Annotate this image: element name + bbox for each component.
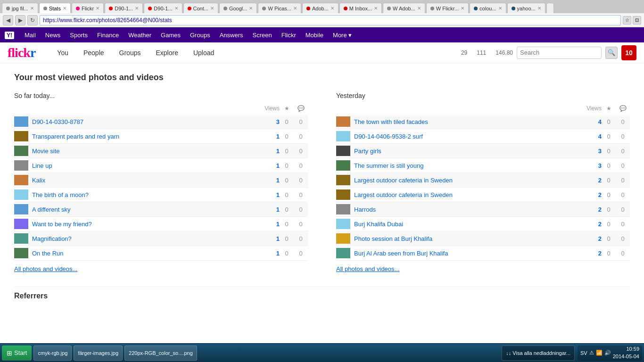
refresh-button[interactable]: ↻ [27, 15, 38, 25]
downloads-button[interactable]: ↓ ↓ Visa alla nedladdningar... [502, 346, 575, 361]
today-title-8[interactable]: Magnification? [32, 235, 256, 242]
flickr-nav-you[interactable]: You [50, 49, 76, 57]
yesterday-row-4: Largest outdoor cafeteria in Sweden 2 0 … [336, 173, 630, 188]
today-comment-8: 0 [294, 235, 308, 242]
tab-stats[interactable]: Stats ✕ [39, 3, 71, 13]
tab-flickr[interactable]: Flickr ✕ [72, 3, 104, 13]
today-title-6[interactable]: A different sky [32, 206, 256, 213]
bookmark-icon[interactable]: ⊡ [633, 16, 641, 25]
yesterday-all-link[interactable]: All photos and videos... [336, 265, 399, 272]
forward-button[interactable]: ▶ [15, 15, 25, 25]
yesterday-title-2[interactable]: Party girls [354, 148, 578, 155]
today-title-1[interactable]: Transparent pearls and red yarn [32, 133, 256, 140]
today-title-7[interactable]: Want to be my friend? [32, 221, 256, 228]
tab-d90-1[interactable]: D90-1... ✕ [105, 3, 143, 13]
flickr-logo: flickr [8, 45, 35, 60]
today-comment-5: 0 [294, 191, 308, 198]
today-title-9[interactable]: On the Run [32, 250, 256, 257]
user-avatar[interactable]: 10 [621, 45, 636, 60]
yahoo-nav-weather[interactable]: Weather [124, 32, 156, 39]
yesterday-comment-0: 0 [616, 118, 630, 125]
yesterday-row-7: Burj Khalifa Dubai 2 0 0 [336, 217, 630, 231]
yesterday-title-0[interactable]: The town with tiled facades [354, 118, 578, 125]
yesterday-star-0: 0 [602, 118, 616, 125]
start-button[interactable]: ⊞ Start [2, 346, 32, 361]
taskbar: ⊞ Start cmyk-rgb.jpg färger-images.jpg 2… [0, 343, 644, 362]
yesterday-title-4[interactable]: Largest outdoor cafeteria in Sweden [354, 177, 578, 184]
yesterday-thumb-4 [336, 175, 350, 185]
yahoo-nav-groups[interactable]: Groups [185, 32, 215, 39]
today-star-9: 0 [280, 250, 294, 257]
today-title-2[interactable]: Movie site [32, 148, 256, 155]
locale-label: SV [580, 350, 587, 356]
today-thumb-6 [14, 204, 28, 214]
tab-google[interactable]: Googl... ✕ [219, 3, 257, 13]
yesterday-thumb-2 [336, 146, 350, 156]
yesterday-title-3[interactable]: The summer is still young [354, 162, 578, 169]
yesterday-thumb-9 [336, 248, 350, 258]
yesterday-thumb-7 [336, 219, 350, 229]
yahoo-nav-more[interactable]: More ▾ [328, 32, 356, 39]
tab-cont[interactable]: Cont... ✕ [183, 3, 218, 13]
today-star-7: 0 [280, 221, 294, 228]
tab-picasa[interactable]: W Picas... ✕ [258, 3, 301, 13]
today-row-8: Magnification? 1 0 0 [14, 231, 308, 246]
yesterday-star-3: 0 [602, 162, 616, 169]
bookmark-star-icon[interactable]: ☆ [623, 16, 631, 25]
today-title-0[interactable]: D90-14-0330-8787 [32, 118, 256, 125]
flickr-nav-upload[interactable]: Upload [186, 49, 222, 57]
yahoo-nav-screen[interactable]: Screen [248, 32, 277, 39]
yesterday-views-2: 3 [578, 148, 602, 155]
today-comment-1: 0 [294, 133, 308, 140]
yesterday-row-0: The town with tiled facades 4 0 0 [336, 115, 630, 129]
today-title-4[interactable]: Kalix [32, 177, 256, 184]
yesterday-thumb-5 [336, 189, 350, 200]
taskbar-item-2[interactable]: 220px-RGB_color_so....png [124, 346, 197, 361]
flickr-nav-groups[interactable]: Groups [112, 49, 149, 57]
today-row-0: D90-14-0330-8787 3 0 0 [14, 115, 308, 129]
today-views-9: 1 [256, 250, 280, 257]
taskbar-item-0[interactable]: cmyk-rgb.jpg [33, 346, 72, 361]
tab-yahoo[interactable]: yahoo... ✕ [507, 3, 545, 13]
start-windows-icon: ⊞ [7, 349, 12, 357]
yahoo-nav-sports[interactable]: Sports [65, 32, 92, 39]
tab-colour[interactable]: colou... ✕ [470, 3, 506, 13]
yesterday-title-6[interactable]: Harrods [354, 206, 578, 213]
yahoo-nav-flickr[interactable]: Flickr [277, 32, 301, 39]
tab-jpg[interactable]: jpg fil... ✕ [2, 3, 38, 13]
taskbar-item-1[interactable]: färger-images.jpg [74, 346, 123, 361]
yahoo-nav-answers[interactable]: Answers [215, 32, 248, 39]
today-heading: So far today... [14, 92, 308, 99]
yahoo-nav-mobile[interactable]: Mobile [301, 32, 328, 39]
yahoo-nav-games[interactable]: Games [156, 32, 185, 39]
yesterday-title-9[interactable]: Burj Al Arab seen from Burj Khalifa [354, 250, 578, 257]
tab-inbox[interactable]: M Inbox... ✕ [339, 3, 382, 13]
flickr-search-input[interactable] [517, 47, 602, 59]
today-title-3[interactable]: Line up [32, 162, 256, 169]
yahoo-nav-finance[interactable]: Finance [92, 32, 124, 39]
tab-wadobe[interactable]: W Adob... ✕ [383, 3, 425, 13]
yesterday-star-7: 0 [602, 221, 616, 228]
yesterday-title-8[interactable]: Photo session at Burj Khalifa [354, 235, 578, 242]
yesterday-thumb-6 [336, 204, 350, 214]
yesterday-title-5[interactable]: Largest outdoor cafeteria in Sweden [354, 191, 578, 198]
today-star-1: 0 [280, 133, 294, 140]
today-title-5[interactable]: The birth of a moon? [32, 191, 256, 198]
yesterday-title-7[interactable]: Burj Khalifa Dubai [354, 221, 578, 228]
tab-adobe[interactable]: Adob... ✕ [302, 3, 339, 13]
flickr-nav-explore[interactable]: Explore [148, 49, 185, 57]
back-button[interactable]: ◀ [3, 15, 13, 25]
flickr-nav-people[interactable]: People [76, 49, 112, 57]
tab-new[interactable] [546, 3, 554, 13]
yesterday-title-1[interactable]: D90-14-0406-9538-2 surf [354, 133, 578, 140]
today-all-link[interactable]: All photos and videos... [14, 265, 77, 272]
yesterday-comment-1: 0 [616, 133, 630, 140]
tab-d90-2[interactable]: D90-1... ✕ [144, 3, 182, 13]
yahoo-nav-mail[interactable]: Mail [20, 32, 41, 39]
today-row-6: A different sky 1 0 0 [14, 202, 308, 217]
flickr-search-button[interactable]: 🔍 [605, 47, 618, 59]
tab-wflickr[interactable]: W Flickr... ✕ [426, 3, 469, 13]
yahoo-nav-news[interactable]: News [41, 32, 66, 39]
flickr-header: flickr You People Groups Explore Upload … [0, 42, 644, 63]
url-input[interactable] [40, 15, 621, 25]
